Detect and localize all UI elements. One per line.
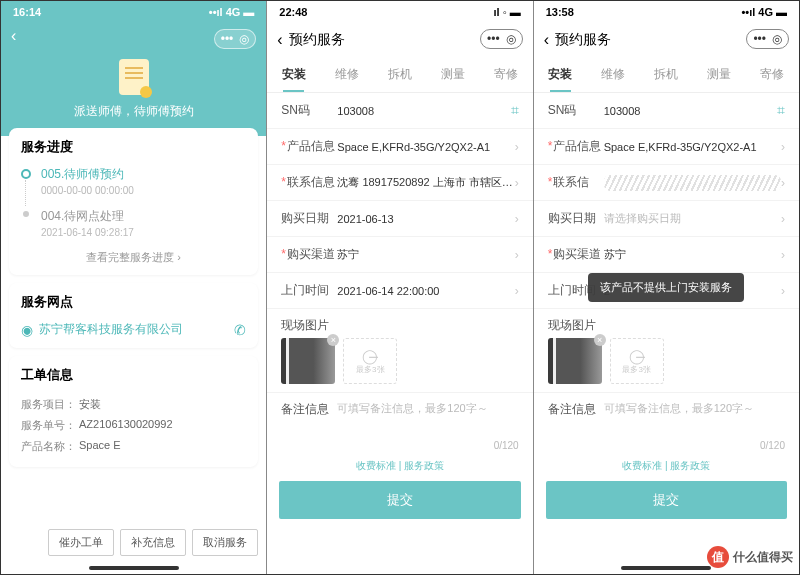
timeline-step: 004.待网点处理 2021-06-14 09:28:17: [21, 208, 246, 238]
menu-icon[interactable]: •••: [753, 33, 766, 45]
document-icon: [119, 59, 149, 95]
info-row: 服务项目：安装: [21, 394, 246, 415]
sn-row[interactable]: SN码 103008 ⌗: [534, 93, 799, 129]
remark-input[interactable]: 可填写备注信息，最多120字～: [337, 401, 518, 418]
scene-title: 现场图片: [534, 309, 799, 338]
upload-button[interactable]: ◯̶ 最多3张: [343, 338, 397, 384]
status-right: ıl ◦ ▬: [494, 6, 521, 18]
fee-link[interactable]: 收费标准: [356, 460, 396, 471]
info-row: 服务单号：AZ2106130020992: [21, 415, 246, 436]
sn-value: 103008: [337, 105, 510, 117]
chevron-right-icon: ›: [515, 176, 519, 190]
tab-install[interactable]: 安装: [534, 57, 587, 92]
sn-row[interactable]: SN码 103008 ⌗: [267, 93, 532, 129]
hero: 派送师傅，待师傅预约: [1, 53, 266, 136]
sn-value: 103008: [604, 105, 777, 117]
phone-1: 16:14 ••ıl 4G ▬ ‹ ••• ◎ 派送师傅，待师傅预约 服务进度: [1, 1, 266, 574]
contact-row[interactable]: *联系信息 沈骞 18917520892 上海市 市辖区 青… ›: [267, 165, 532, 201]
tab-repair[interactable]: 维修: [587, 57, 640, 92]
capsule[interactable]: ••• ◎: [746, 29, 789, 49]
remark-input[interactable]: 可填写备注信息，最多120字～: [604, 401, 785, 418]
capsule[interactable]: ••• ◎: [480, 29, 523, 49]
target-icon[interactable]: ◎: [239, 33, 249, 45]
policy-link[interactable]: 服务政策: [670, 460, 710, 471]
network-name[interactable]: ◉ 苏宁帮客科技服务有限公司: [21, 321, 183, 338]
status-bar: 16:14 ••ıl 4G ▬: [1, 1, 266, 23]
timeline-dot-icon: [23, 211, 29, 217]
scan-icon[interactable]: ⌗: [511, 102, 519, 119]
progress-card: 服务进度 005.待师傅预约 0000-00-00 00:00:00 004.待…: [9, 128, 258, 275]
product-row[interactable]: *产品信息 Space E,KFRd-35G/Y2QX2-A1 ›: [267, 129, 532, 165]
network-card: 服务网点 ◉ 苏宁帮客科技服务有限公司 ✆: [9, 283, 258, 348]
camera-icon: ◯̶: [629, 348, 645, 364]
network-title: 服务网点: [21, 293, 246, 311]
status-time: 16:14: [13, 6, 41, 18]
policy-links: 收费标准 | 服务政策: [267, 451, 532, 477]
policy-link[interactable]: 服务政策: [404, 460, 444, 471]
action-bar: 催办工单 补充信息 取消服务: [48, 529, 258, 556]
home-indicator[interactable]: [621, 566, 711, 570]
product-row[interactable]: *产品信息 Space E,KFRd-35G/Y2QX2-A1 ›: [534, 129, 799, 165]
fee-link[interactable]: 收费标准: [622, 460, 662, 471]
tab-remove[interactable]: 拆机: [640, 57, 693, 92]
buy-date-row[interactable]: 购买日期 请选择购买日期 ›: [534, 201, 799, 237]
back-icon[interactable]: ‹: [544, 31, 549, 49]
home-indicator[interactable]: [89, 566, 179, 570]
tab-repair[interactable]: 维修: [320, 57, 373, 92]
header: ‹ ••• ◎: [1, 23, 266, 53]
remark-section: 备注信息 可填写备注信息，最多120字～: [534, 392, 799, 426]
signal-label: 4G: [758, 6, 773, 18]
progress-title: 服务进度: [21, 138, 246, 156]
contact-row[interactable]: *联系信 ›: [534, 165, 799, 201]
header: ‹ 预约服务 ••• ◎: [534, 23, 799, 57]
tab-measure[interactable]: 测量: [427, 57, 480, 92]
battery-icon: ▬: [776, 6, 787, 18]
status-bar: 22:48 ıl ◦ ▬: [267, 1, 532, 23]
char-counter: 0/120: [534, 426, 799, 451]
tab-send[interactable]: 寄修: [746, 57, 799, 92]
tab-remove[interactable]: 拆机: [373, 57, 426, 92]
tab-install[interactable]: 安装: [267, 57, 320, 92]
camera-icon: ◯̶: [362, 348, 378, 364]
target-icon[interactable]: ◎: [772, 33, 782, 45]
channel-row[interactable]: *购买渠道 苏宁 ›: [267, 237, 532, 273]
back-icon[interactable]: ‹: [11, 27, 16, 45]
remark-section: 备注信息 可填写备注信息，最多120字～: [267, 392, 532, 426]
form: SN码 103008 ⌗ *产品信息 Space E,KFRd-35G/Y2QX…: [267, 93, 532, 519]
view-more-link[interactable]: 查看完整服务进度 ›: [21, 250, 246, 265]
menu-icon[interactable]: •••: [221, 33, 234, 45]
capsule[interactable]: ••• ◎: [214, 29, 257, 49]
submit-button[interactable]: 提交: [546, 481, 787, 519]
supplement-button[interactable]: 补充信息: [120, 529, 186, 556]
info-row: 产品名称：Space E: [21, 436, 246, 457]
cancel-button[interactable]: 取消服务: [192, 529, 258, 556]
timeline-step: 005.待师傅预约 0000-00-00 00:00:00: [21, 166, 246, 196]
uploaded-thumb[interactable]: [281, 338, 335, 384]
phone-icon[interactable]: ✆: [234, 322, 246, 338]
status-right: ••ıl 4G ▬: [209, 6, 255, 18]
target-icon[interactable]: ◎: [506, 33, 516, 45]
chevron-right-icon: ›: [781, 248, 785, 262]
submit-button[interactable]: 提交: [279, 481, 520, 519]
toast-message: 该产品不提供上门安装服务: [588, 273, 744, 302]
tab-measure[interactable]: 测量: [693, 57, 746, 92]
tabs: 安装 维修 拆机 测量 寄修: [534, 57, 799, 93]
header: ‹ 预约服务 ••• ◎: [267, 23, 532, 57]
channel-row[interactable]: *购买渠道 苏宁 ›: [534, 237, 799, 273]
scan-icon[interactable]: ⌗: [777, 102, 785, 119]
phone-3: 13:58 ••ıl 4G ▬ ‹ 预约服务 ••• ◎ 安装 维修 拆机 测量…: [533, 1, 799, 574]
watermark-badge-icon: 值: [707, 546, 729, 568]
upload-button[interactable]: ◯̶ 最多3张: [610, 338, 664, 384]
tabs: 安装 维修 拆机 测量 寄修: [267, 57, 532, 93]
visit-row[interactable]: 上门时间 2021-06-14 22:00:00 ›: [267, 273, 532, 309]
signal-icon: ••ıl: [741, 6, 755, 18]
buy-date-row[interactable]: 购买日期 2021-06-13 ›: [267, 201, 532, 237]
menu-icon[interactable]: •••: [487, 33, 500, 45]
uploaded-thumb[interactable]: [548, 338, 602, 384]
back-icon[interactable]: ‹: [277, 31, 282, 49]
urge-button[interactable]: 催办工单: [48, 529, 114, 556]
status-right: ••ıl 4G ▬: [741, 6, 787, 18]
tab-send[interactable]: 寄修: [480, 57, 533, 92]
signal-icon: ıl ◦ ▬: [494, 6, 521, 18]
step-title: 005.待师傅预约: [41, 166, 246, 183]
